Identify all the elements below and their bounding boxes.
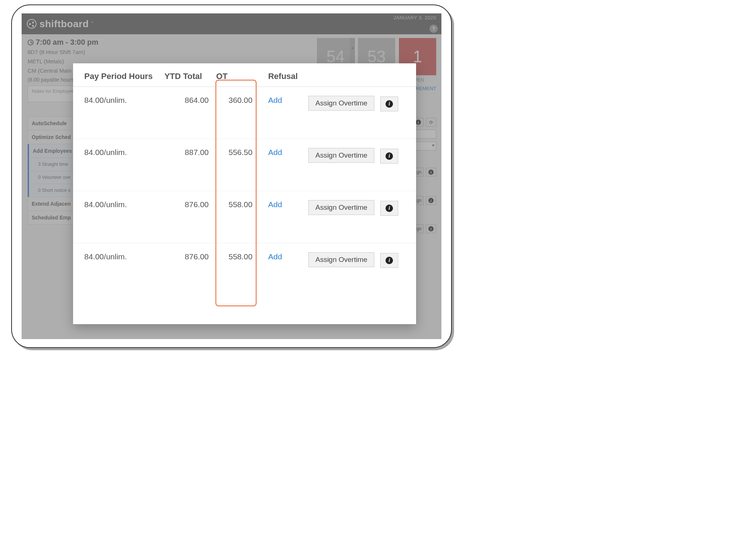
add-refusal-link[interactable]: Add — [268, 200, 282, 209]
cell-ytd: 887.00 — [161, 139, 213, 191]
cell-ot: 360.00 — [213, 87, 256, 139]
cell-ytd: 876.00 — [161, 243, 213, 295]
info-icon: i — [386, 205, 393, 212]
table-header-row: Pay Period Hours YTD Total OT Refusal — [73, 63, 416, 87]
add-refusal-link[interactable]: Add — [268, 148, 282, 156]
add-refusal-link[interactable]: Add — [268, 96, 282, 104]
table-row: 84.00/unlim. 887.00 556.50 Add Assign Ov… — [73, 139, 416, 191]
cell-ot: 558.00 — [213, 191, 256, 243]
info-icon: i — [386, 152, 393, 160]
table-row: 84.00/unlim. 864.00 360.00 Add Assign Ov… — [73, 87, 416, 139]
assign-overtime-button[interactable]: Assign Overtime — [308, 200, 374, 215]
col-header-refusal: Refusal — [256, 63, 305, 87]
cell-pph: 84.00/unlim. — [73, 191, 161, 243]
add-refusal-link[interactable]: Add — [268, 252, 282, 261]
cell-ot: 556.50 — [213, 139, 256, 191]
row-info-button[interactable]: i — [380, 253, 398, 268]
col-header-ytd: YTD Total — [161, 63, 213, 87]
assign-overtime-button[interactable]: Assign Overtime — [308, 252, 374, 267]
info-icon: i — [386, 100, 393, 108]
col-header-ot: OT — [213, 63, 256, 87]
row-info-button[interactable]: i — [380, 97, 398, 111]
tablet-frame: shiftboard. JANUARY 3, 2020 ? 7:00 am - … — [11, 4, 452, 348]
cell-ot: 558.00 — [213, 243, 256, 295]
col-header-actions — [305, 63, 416, 87]
cell-pph: 84.00/unlim. — [73, 139, 161, 191]
assign-overtime-button[interactable]: Assign Overtime — [308, 96, 374, 111]
cell-ytd: 876.00 — [161, 191, 213, 243]
row-info-button[interactable]: i — [380, 149, 398, 164]
screen: shiftboard. JANUARY 3, 2020 ? 7:00 am - … — [22, 13, 441, 339]
assign-overtime-button[interactable]: Assign Overtime — [308, 148, 374, 163]
row-info-button[interactable]: i — [380, 201, 398, 216]
col-header-pay-period: Pay Period Hours — [73, 63, 161, 87]
table-row: 84.00/unlim. 876.00 558.00 Add Assign Ov… — [73, 243, 416, 295]
table-row: 84.00/unlim. 876.00 558.00 Add Assign Ov… — [73, 191, 416, 243]
overtime-modal: Pay Period Hours YTD Total OT Refusal 84… — [73, 63, 416, 324]
overtime-table: Pay Period Hours YTD Total OT Refusal 84… — [73, 63, 416, 295]
cell-pph: 84.00/unlim. — [73, 87, 161, 139]
cell-pph: 84.00/unlim. — [73, 243, 161, 295]
info-icon: i — [386, 257, 393, 264]
cell-ytd: 864.00 — [161, 87, 213, 139]
